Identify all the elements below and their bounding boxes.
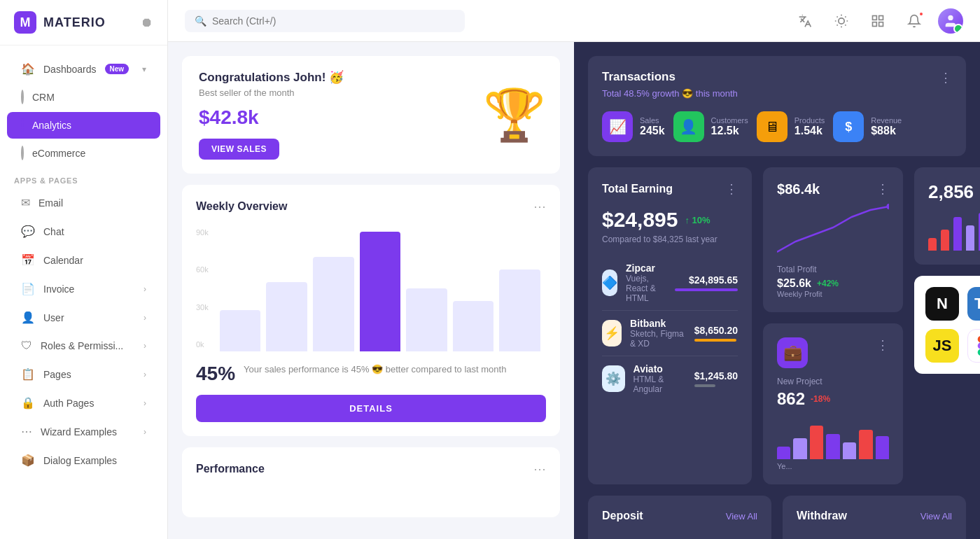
deposit-title: Deposit (602, 510, 643, 522)
sidebar-item-invoice[interactable]: 📄 Invoice › (7, 275, 160, 302)
sidebar-item-crm[interactable]: CRM (7, 84, 160, 111)
sidebar-item-label: Wizard Examples (41, 426, 117, 438)
sidebar-item-analytics[interactable]: Analytics (7, 112, 160, 139)
bottom-row: Deposit View All Withdraw View All (588, 496, 966, 539)
svg-rect-2 (879, 15, 883, 20)
more-options-button[interactable]: ⋮ (876, 181, 889, 197)
sidebar-item-roles[interactable]: 🛡 Roles & Permissi... › (7, 332, 160, 359)
weekly-overview-card: Weekly Overview ⋯ 90k 60k 30k 0k (182, 185, 560, 436)
pages-icon: 📋 (21, 368, 35, 381)
sidebar-item-wizard[interactable]: ⋯ Wizard Examples › (7, 418, 160, 445)
congrats-amount: $42.8k (199, 106, 344, 129)
earning-bar-bitbank (694, 339, 736, 342)
earning-change: ↑ 10% (685, 215, 710, 225)
sidebar-item-dashboards[interactable]: 🏠 Dashboards New ▾ (7, 55, 160, 83)
withdraw-title: Withdraw (797, 510, 847, 522)
avatar[interactable] (938, 8, 963, 34)
svg-point-0 (839, 18, 844, 23)
bar-item (220, 310, 261, 351)
sidebar-item-chat[interactable]: 💬 Chat (7, 218, 160, 245)
dot-icon (21, 147, 24, 160)
sidebar-item-user[interactable]: 👤 User › (7, 304, 160, 331)
mini-bar (826, 434, 839, 459)
project-year-label: Ye... (777, 462, 889, 470)
mini-bar (876, 436, 889, 459)
congrats-card: Congratulations John! 🥳 Best seller of t… (182, 56, 560, 174)
sidebar-item-calendar[interactable]: 📅 Calendar (7, 246, 160, 274)
sidebar: M MATERIO ⏺ 🏠 Dashboards New ▾ CRM Analy… (0, 0, 168, 539)
user-icon: 👤 (21, 311, 35, 324)
sales-icon: 📈 (602, 111, 633, 142)
dialog-icon: 📦 (21, 454, 35, 467)
chevron-right-icon: › (144, 398, 146, 408)
details-button[interactable]: DETAILS (196, 395, 546, 422)
sidebar-item-label: eCommerce (32, 148, 85, 159)
customers-stat: 👤 Customers 12.5k (673, 111, 748, 142)
sidebar-item-label: Email (38, 197, 63, 209)
more-options-button[interactable]: ⋯ (533, 461, 546, 477)
congrats-subtitle: Best seller of the month (199, 88, 344, 98)
content-area: Congratulations John! 🥳 Best seller of t… (168, 42, 980, 539)
sidebar-item-ecommerce[interactable]: eCommerce (7, 140, 160, 167)
view-all-deposit[interactable]: View All (726, 511, 757, 522)
record-icon[interactable]: ⏺ (141, 15, 153, 30)
view-all-withdraw[interactable]: View All (920, 511, 952, 522)
weekly-profit-label: Weekly Profit (777, 290, 889, 298)
view-sales-button[interactable]: VIEW SALES (199, 139, 279, 160)
earning-compare: Compared to $84,325 last year (602, 234, 738, 244)
total-earning-card: Total Earning ⋮ $24,895 ↑ 10% Compared t… (588, 167, 752, 484)
mini-bar (777, 447, 790, 459)
weekly-profit-value: $25.6k (777, 277, 811, 290)
sidebar-item-label: Chat (43, 226, 64, 237)
more-options-button[interactable]: ⋮ (939, 70, 952, 85)
trophy-icon: 🏆 (483, 90, 546, 140)
more-options-button[interactable]: ⋮ (725, 181, 738, 197)
performance-card: Performance ⋯ (182, 447, 560, 517)
bar-item (453, 301, 494, 351)
more-options-button[interactable]: ⋮ (876, 337, 889, 353)
transactions-title: Transactions (602, 70, 738, 84)
theme-button[interactable] (829, 8, 854, 34)
sidebar-item-auth[interactable]: 🔒 Auth Pages › (7, 389, 160, 416)
javascript-icon: JS (925, 329, 959, 363)
translate-button[interactable] (792, 8, 818, 34)
sidebar-item-label: Calendar (43, 255, 83, 266)
sidebar-item-email[interactable]: ✉ Email (7, 189, 160, 216)
grid-button[interactable] (865, 8, 890, 34)
notifications-button[interactable] (902, 8, 927, 34)
search-input[interactable] (212, 15, 455, 27)
project-bar-chart (777, 417, 889, 459)
sidebar-item-label: User (43, 312, 64, 323)
svg-rect-3 (873, 22, 877, 26)
products-icon: 🖥 (757, 111, 788, 142)
sidebar-nav: 🏠 Dashboards New ▾ CRM Analytics eCommer… (0, 46, 167, 484)
wizard-icon: ⋯ (21, 425, 32, 438)
transactions-card: Transactions Total 48.5% growth 😎 this m… (588, 56, 966, 156)
more-options-button[interactable]: ⋯ (533, 199, 546, 214)
bitbank-icon: ⚡ (602, 320, 622, 346)
mini-bar (793, 438, 806, 459)
nextjs-icon: N (925, 287, 959, 321)
bar-item (499, 270, 540, 351)
project-label: New Project (777, 377, 889, 386)
earning-item-bitbank: ⚡ Bitbank Sketch, Figma & XD $8,650.20 (602, 311, 738, 356)
chevron-right-icon: › (144, 370, 146, 379)
deposit-card: Deposit View All (588, 496, 771, 539)
stats-bar-chart (928, 209, 980, 251)
profit-amount: $86.4k (777, 181, 820, 197)
header-actions (792, 8, 963, 34)
email-icon: ✉ (21, 196, 30, 209)
shield-icon: 🛡 (21, 340, 32, 352)
sidebar-item-label: Invoice (43, 284, 74, 295)
search-bar[interactable]: 🔍 (185, 10, 465, 32)
stats-value: 2,856 (928, 181, 980, 203)
sidebar-item-pages[interactable]: 📋 Pages › (7, 360, 160, 388)
apps-pages-label: APPS & PAGES (0, 168, 167, 188)
notification-dot (918, 11, 924, 17)
panel-light: Congratulations John! 🥳 Best seller of t… (168, 42, 574, 539)
earning-items: 🔷 Zipcar Vuejs, React & HTML $24,895.65 (602, 255, 738, 401)
sidebar-item-label: CRM (32, 92, 55, 103)
sidebar-item-dialog[interactable]: 📦 Dialog Examples (7, 447, 160, 474)
revenue-stat: $ Revenue $88k (833, 111, 902, 142)
bar-item-active (360, 232, 401, 351)
